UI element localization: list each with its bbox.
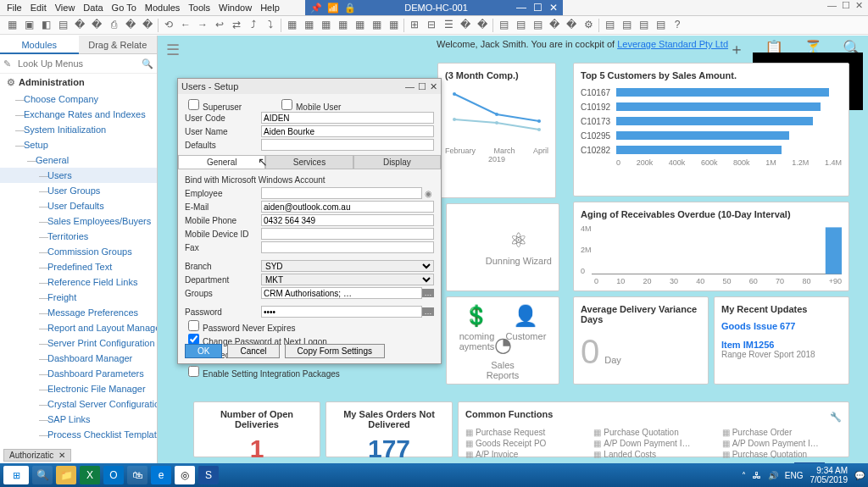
- pwd-never-checkbox[interactable]: [188, 320, 199, 331]
- user-name-input[interactable]: [261, 125, 434, 137]
- task-edge-icon[interactable]: e: [151, 466, 171, 484]
- enable-pkg-checkbox[interactable]: [188, 366, 199, 377]
- nav-server-print-configuration[interactable]: —Server Print Configuration: [0, 335, 157, 351]
- tray-lang[interactable]: ENG: [785, 471, 804, 480]
- task-folder-icon[interactable]: 📁: [56, 466, 76, 484]
- tab-drag-relate[interactable]: Drag & Relate: [79, 36, 158, 54]
- toolbar-btn-4[interactable]: �: [73, 19, 86, 32]
- hamburger-icon[interactable]: ☰: [166, 41, 180, 59]
- common-purchase-request[interactable]: ▦Purchase Request: [465, 428, 585, 437]
- toolbar-btn-7[interactable]: �: [124, 19, 137, 32]
- tab-modules[interactable]: Modules: [0, 36, 79, 54]
- open-window-tab[interactable]: Authorizatic✕: [3, 449, 71, 462]
- menu-file[interactable]: File: [7, 3, 22, 13]
- toolbar-btn-20[interactable]: ▦: [319, 19, 332, 32]
- tray-sound-icon[interactable]: 🔊: [768, 471, 778, 480]
- copy-form-button[interactable]: Copy Form Settings: [285, 344, 385, 358]
- nav-sales-employees-buyers[interactable]: —Sales Employees/Buyers: [0, 213, 157, 229]
- menu-go-to[interactable]: Go To: [112, 3, 136, 13]
- nav-users[interactable]: —Users: [0, 168, 157, 183]
- start-button[interactable]: ⊞: [3, 466, 29, 484]
- common-purchase-order[interactable]: ▦Purchase Order: [722, 428, 842, 437]
- recent-link-2[interactable]: Item IM1256: [721, 340, 842, 350]
- toolbar-btn-16[interactable]: ⤵: [264, 19, 277, 32]
- toolbar-btn-34[interactable]: ▤: [531, 19, 544, 32]
- maximize-button[interactable]: ☐: [533, 2, 542, 14]
- menu-tools[interactable]: Tools: [188, 3, 210, 13]
- toolbar-btn-8[interactable]: �: [141, 19, 154, 32]
- sales-reports[interactable]: ◔Sales Reports: [475, 333, 531, 380]
- menu-window[interactable]: Window: [219, 3, 252, 13]
- pwd-change-checkbox[interactable]: [188, 334, 199, 345]
- toolbar-btn-18[interactable]: ▦: [285, 19, 298, 32]
- toolbar-btn-21[interactable]: ▦: [336, 19, 349, 32]
- password-more-icon[interactable]: …: [422, 307, 434, 316]
- windows-taskbar[interactable]: ⊞ 🔍 📁 X O 🛍 e ◎ S ˄ 🖧 🔊 ENG 9:34 AM7/05/…: [0, 463, 868, 487]
- employee-picker-icon[interactable]: ◉: [422, 189, 434, 198]
- nav-tree[interactable]: —Choose Company—Exchange Rates and Index…: [0, 91, 157, 463]
- pin-icon[interactable]: 📌: [310, 3, 322, 14]
- toolbar-btn-22[interactable]: ▦: [353, 19, 366, 32]
- wrench-icon[interactable]: 🔧: [830, 412, 842, 423]
- nav-report-and-layout-manager[interactable]: —Report and Layout Manager: [0, 320, 157, 335]
- groups-more-icon[interactable]: …: [422, 289, 434, 297]
- toolbar-btn-27[interactable]: ⊟: [425, 19, 438, 32]
- task-outlook-icon[interactable]: O: [103, 466, 124, 484]
- nav-user-groups[interactable]: —User Groups: [0, 183, 157, 198]
- superuser-checkbox[interactable]: [188, 99, 199, 110]
- toolbar-btn-10[interactable]: ⟲: [162, 19, 175, 32]
- groups-input[interactable]: [261, 287, 422, 299]
- outer-close[interactable]: ✕: [855, 0, 863, 11]
- toolbar-btn-24[interactable]: ▦: [387, 19, 400, 32]
- toolbar-btn-23[interactable]: ▦: [370, 19, 383, 32]
- cockpit-link[interactable]: Leverage Standard Pty Ltd: [617, 39, 728, 49]
- menu-view[interactable]: View: [55, 3, 75, 13]
- nav-predefined-text[interactable]: —Predefined Text: [0, 259, 157, 274]
- plus-icon[interactable]: ＋: [729, 39, 744, 59]
- defaults-input[interactable]: [261, 139, 434, 151]
- search-input[interactable]: [16, 58, 136, 69]
- outer-maximize[interactable]: ☐: [842, 0, 850, 11]
- nav-user-defaults[interactable]: —User Defaults: [0, 198, 157, 213]
- common-a-p-down-payment-i-[interactable]: ▦A/P Down Payment I…: [593, 439, 713, 448]
- mobile-user-checkbox[interactable]: [281, 99, 292, 110]
- close-button[interactable]: ✕: [549, 2, 558, 14]
- fax-input[interactable]: [261, 241, 434, 253]
- common-a-p-down-payment-i-[interactable]: ▦A/P Down Payment I…: [722, 439, 842, 448]
- ok-button[interactable]: OK: [185, 344, 222, 358]
- user-code-input[interactable]: [261, 112, 434, 124]
- common-goods-receipt-po[interactable]: ▦Goods Receipt PO: [465, 439, 585, 448]
- mobile-phone-input[interactable]: [261, 214, 434, 226]
- nav-crystal-server-configuration[interactable]: —Crystal Server Configuration: [0, 396, 157, 412]
- nav-system-initialization[interactable]: —System Initialization: [0, 122, 157, 137]
- subtab-services[interactable]: Services: [265, 155, 353, 169]
- toolbar-btn-29[interactable]: �: [459, 19, 472, 32]
- dialog-titlebar[interactable]: Users - Setup —☐✕: [178, 79, 441, 94]
- menu-data[interactable]: Data: [83, 3, 103, 13]
- subtab-general[interactable]: General: [178, 155, 265, 169]
- nav-dashboard-manager[interactable]: —Dashboard Manager: [0, 351, 157, 366]
- toolbar-btn-30[interactable]: �: [476, 19, 489, 32]
- toolbar-btn-37[interactable]: ⚙: [581, 19, 595, 32]
- outer-minimize[interactable]: —: [827, 0, 837, 11]
- minimize-button[interactable]: —: [516, 2, 526, 14]
- card-open-deliveries[interactable]: Number of Open Deliveries 1: [193, 401, 320, 457]
- toolbar-btn-42[interactable]: ▤: [654, 19, 667, 32]
- toolbar-btn-15[interactable]: ⤴: [247, 19, 260, 32]
- toolbar-btn-1[interactable]: ▣: [22, 19, 36, 32]
- task-store-icon[interactable]: 🛍: [127, 466, 147, 484]
- left-tabs[interactable]: Modules Drag & Relate: [0, 36, 157, 54]
- nav-electronic-file-manager[interactable]: —Electronic File Manager: [0, 381, 157, 396]
- toolbar-btn-5[interactable]: �: [90, 19, 103, 32]
- nav-general[interactable]: —General: [0, 152, 157, 168]
- task-excel-icon[interactable]: X: [80, 466, 100, 484]
- toolbar-btn-11[interactable]: ←: [179, 19, 192, 32]
- main-toolbar[interactable]: ▦▣◧▤🖨⎙👁⟲←→↩⇄⤴⤵▦▦▦▦▦▦▦⊞⊟☰🔍▤▤▤👥⚙▤▤▤▤?: [0, 16, 868, 35]
- toolbar-btn-0[interactable]: ▦: [5, 19, 19, 32]
- toolbar-btn-40[interactable]: ▤: [620, 19, 633, 32]
- card-sales-orders[interactable]: My Sales Orders Not Delivered 177: [326, 401, 453, 457]
- common-landed-costs[interactable]: ▦Landed Costs: [593, 450, 713, 458]
- tray-up-icon[interactable]: ˄: [742, 471, 746, 480]
- toolbar-btn-41[interactable]: ▤: [637, 19, 650, 32]
- employee-input[interactable]: [261, 187, 422, 199]
